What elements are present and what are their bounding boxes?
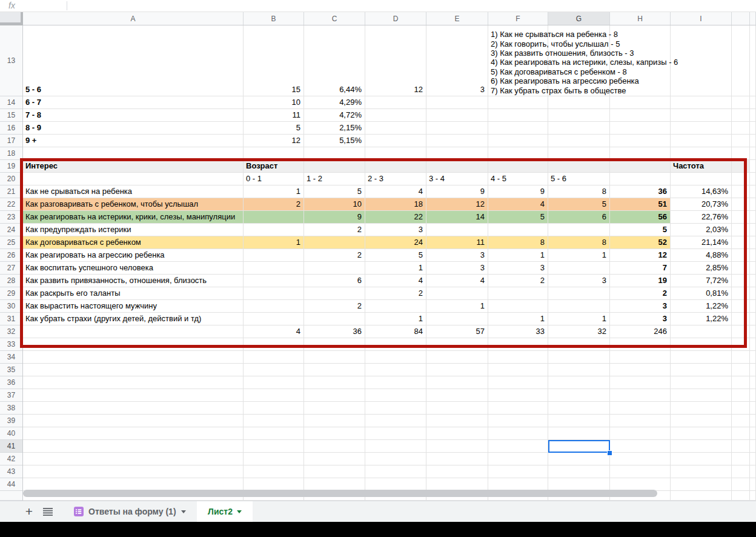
cell-E16[interactable] xyxy=(426,122,488,135)
cell-B38[interactable] xyxy=(244,402,304,415)
cell-A44[interactable] xyxy=(23,478,244,491)
cell-E37[interactable] xyxy=(426,389,488,402)
cell-K26[interactable] xyxy=(750,249,756,262)
horizontal-scrollbar-thumb[interactable] xyxy=(23,490,657,497)
cell-C17[interactable]: 5,15% xyxy=(304,135,365,147)
cell-J35[interactable] xyxy=(732,364,750,376)
column-header-K[interactable] xyxy=(750,12,756,25)
cell-A16[interactable]: 8 - 9 xyxy=(23,122,244,135)
cell-C34[interactable] xyxy=(304,351,365,364)
cell-K14[interactable] xyxy=(750,96,756,109)
cell-A27[interactable]: Как воспитать успешного человека xyxy=(23,262,244,275)
cell-H22[interactable]: 51 xyxy=(610,198,671,211)
column-header-I[interactable]: I xyxy=(671,12,732,25)
cell-H35[interactable] xyxy=(610,364,671,376)
cell-A34[interactable] xyxy=(23,351,244,364)
cell-A31[interactable]: Как убрать страхи (других детей, действи… xyxy=(23,313,244,325)
cell-A15[interactable]: 7 - 8 xyxy=(23,109,244,122)
cell-G26[interactable]: 1 xyxy=(548,249,610,262)
cell-C26[interactable]: 2 xyxy=(304,249,365,262)
cell-J23[interactable] xyxy=(732,211,750,224)
cell-D34[interactable] xyxy=(365,351,426,364)
cell-G23[interactable]: 6 xyxy=(548,211,610,224)
cell-A39[interactable] xyxy=(23,415,244,427)
cell-C43[interactable] xyxy=(304,465,365,478)
cell-A36[interactable] xyxy=(23,376,244,389)
cell-F22[interactable]: 4 xyxy=(488,198,548,211)
cell-G28[interactable]: 3 xyxy=(548,275,610,287)
cell-C16[interactable]: 2,15% xyxy=(304,122,365,135)
cell-J22[interactable] xyxy=(732,198,750,211)
cell-G22[interactable]: 5 xyxy=(548,198,610,211)
cell-A30[interactable]: Как вырастить настоящего мужчину xyxy=(23,300,244,313)
cell-E14[interactable] xyxy=(426,96,488,109)
cell-E36[interactable] xyxy=(426,376,488,389)
cell-C29[interactable] xyxy=(304,287,365,300)
cell-Ix[interactable] xyxy=(671,491,732,501)
cell-I20[interactable] xyxy=(671,173,732,185)
cell-K44[interactable] xyxy=(750,478,756,491)
cell-J32[interactable] xyxy=(732,325,750,338)
cell-H41[interactable] xyxy=(610,440,671,453)
cell-A33[interactable] xyxy=(23,338,244,351)
row-header-33[interactable]: 33 xyxy=(0,338,22,351)
cell-H44[interactable] xyxy=(610,478,671,491)
cell-B23[interactable] xyxy=(244,211,304,224)
cell-E13[interactable]: 3 xyxy=(426,25,488,96)
cell-F27[interactable]: 3 xyxy=(488,262,548,275)
cell-A35[interactable] xyxy=(23,364,244,376)
cell-C44[interactable] xyxy=(304,478,365,491)
row-header-29[interactable]: 29 xyxy=(0,287,22,300)
cell-D33[interactable] xyxy=(365,338,426,351)
cell-B39[interactable] xyxy=(244,415,304,427)
cell-J19[interactable] xyxy=(732,160,750,173)
cell-C14[interactable]: 4,29% xyxy=(304,96,365,109)
cell-D41[interactable] xyxy=(365,440,426,453)
cell-F18[interactable] xyxy=(488,147,548,160)
cell-I23[interactable]: 22,76% xyxy=(671,211,732,224)
cell-J14[interactable] xyxy=(732,96,750,109)
cell-C35[interactable] xyxy=(304,364,365,376)
cell-D19[interactable] xyxy=(365,160,426,173)
cell-I33[interactable] xyxy=(671,338,732,351)
cell-A40[interactable] xyxy=(23,427,244,440)
cell-B22[interactable]: 2 xyxy=(244,198,304,211)
cell-I41[interactable] xyxy=(671,440,732,453)
row-header-23[interactable]: 23 xyxy=(0,211,22,224)
cell-D21[interactable]: 4 xyxy=(365,185,426,198)
cell-D17[interactable] xyxy=(365,135,426,147)
cell-G19[interactable] xyxy=(548,160,610,173)
cell-K30[interactable] xyxy=(750,300,756,313)
cell-K41[interactable] xyxy=(750,440,756,453)
cell-A14[interactable]: 6 - 7 xyxy=(23,96,244,109)
cell-A22[interactable]: Как разговаривать с ребенком, чтобы услы… xyxy=(23,198,244,211)
cell-B40[interactable] xyxy=(244,427,304,440)
row-header-36[interactable]: 36 xyxy=(0,376,22,389)
cell-F43[interactable] xyxy=(488,465,548,478)
cell-J27[interactable] xyxy=(732,262,750,275)
cell-C36[interactable] xyxy=(304,376,365,389)
cell-C19[interactable] xyxy=(304,160,365,173)
cell-E33[interactable] xyxy=(426,338,488,351)
cell-F37[interactable] xyxy=(488,389,548,402)
cell-A19[interactable]: Интерес xyxy=(23,160,244,173)
cell-H40[interactable] xyxy=(610,427,671,440)
add-sheet-button[interactable]: + xyxy=(22,501,36,522)
cell-G43[interactable] xyxy=(548,465,610,478)
cell-F39[interactable] xyxy=(488,415,548,427)
cell-I26[interactable]: 4,88% xyxy=(671,249,732,262)
cell-J15[interactable] xyxy=(732,109,750,122)
row-header-15[interactable]: 15 xyxy=(0,109,22,122)
cell-J33[interactable] xyxy=(732,338,750,351)
cell-K13[interactable] xyxy=(750,25,756,96)
cell-H26[interactable]: 12 xyxy=(610,249,671,262)
cell-J40[interactable] xyxy=(732,427,750,440)
cell-G36[interactable] xyxy=(548,376,610,389)
cell-E31[interactable] xyxy=(426,313,488,325)
cell-D25[interactable]: 24 xyxy=(365,236,426,249)
cell-C13[interactable]: 6,44% xyxy=(304,25,365,96)
cell-J16[interactable] xyxy=(732,122,750,135)
cell-F29[interactable] xyxy=(488,287,548,300)
cell-I39[interactable] xyxy=(671,415,732,427)
cell-B34[interactable] xyxy=(244,351,304,364)
